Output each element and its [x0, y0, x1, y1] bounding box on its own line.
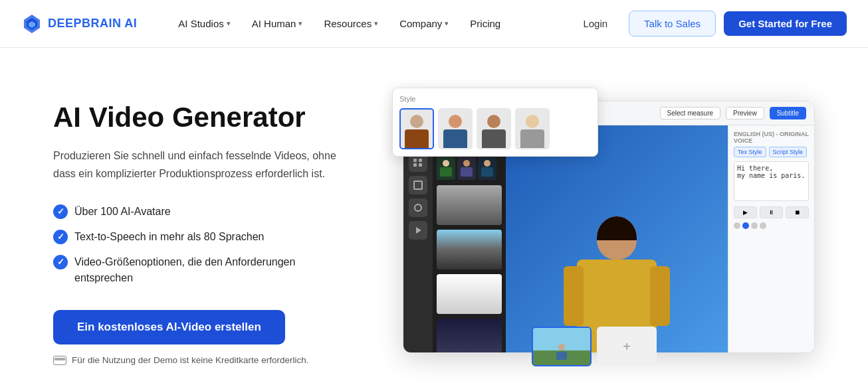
main-nav: AI Studios ▾ AI Human ▾ Resources ▾ Comp…: [169, 13, 570, 35]
app-right-panel: English (US) - Original Voice Tex Style …: [728, 125, 814, 352]
script-style-badge[interactable]: Script Style: [769, 147, 808, 157]
rp-tts-label: English (US) - Original Voice: [734, 131, 809, 144]
scene-thumb[interactable]: [532, 327, 592, 366]
hero-section: AI Video Generator Produzieren Sie schne…: [0, 48, 868, 381]
panel-icon[interactable]: [409, 198, 427, 217]
rp-controls: ▶ ⏸ ⏹: [734, 206, 809, 218]
avatar-thumb[interactable]: [438, 108, 473, 149]
app-body: English (US) - Original Voice Tex Style …: [403, 125, 814, 352]
chevron-down-icon: ▾: [445, 19, 449, 28]
login-button[interactable]: Login: [570, 13, 621, 35]
script-textarea[interactable]: [734, 161, 809, 201]
tex-style-badge[interactable]: Tex Style: [734, 147, 766, 157]
app-thumb-strip: [433, 125, 506, 352]
features-list: Über 100 AI-Avatare Text-to-Speech in me…: [53, 204, 399, 286]
nav-ai-studios[interactable]: AI Studios ▾: [169, 13, 239, 35]
hero-right: Style: [412, 88, 815, 373]
nav-pricing[interactable]: Pricing: [461, 13, 510, 35]
select-measure-button[interactable]: Select measure: [660, 107, 720, 119]
check-icon: [53, 204, 68, 219]
credit-card-icon: [53, 356, 66, 365]
hero-title: AI Video Generator: [53, 101, 399, 134]
talk-to-sales-button[interactable]: Talk to Sales: [629, 11, 716, 37]
avatar-shoulder-right: [650, 266, 670, 326]
style-panel: Style: [392, 88, 598, 157]
app-canvas: [506, 125, 728, 352]
logo-text: DEEPBRAIN AI: [48, 17, 137, 31]
hero-left: AI Video Generator Produzieren Sie schne…: [53, 88, 399, 365]
avatar-thumb[interactable]: [477, 108, 511, 149]
avatar-row: [399, 108, 591, 149]
chevron-down-icon: ▾: [298, 19, 302, 28]
nav-resources[interactable]: Resources ▾: [314, 13, 387, 35]
stop-button[interactable]: ⏹: [786, 206, 809, 218]
avatar-thumb[interactable]: [515, 108, 550, 149]
check-icon: [53, 255, 68, 269]
preview-button[interactable]: Preview: [726, 107, 764, 119]
avatar-thumb[interactable]: [399, 108, 434, 149]
thumb-item[interactable]: [437, 274, 502, 314]
hero-subtitle: Produzieren Sie schnell und einfach fess…: [53, 147, 346, 183]
play-button[interactable]: ▶: [734, 206, 757, 218]
app-left-panel: [403, 125, 433, 352]
logo[interactable]: DEEPBRAIN AI: [21, 13, 137, 35]
thumb-item[interactable]: [437, 185, 502, 225]
panel-icon[interactable]: [409, 176, 427, 194]
logo-icon: [21, 13, 43, 35]
avatar-shoulder-left: [564, 266, 584, 326]
chevron-down-icon: ▾: [227, 19, 231, 28]
list-item: Video-Größenoptionen, die den Anforderun…: [53, 254, 399, 286]
pause-button[interactable]: ⏸: [760, 206, 783, 218]
cta-button[interactable]: Ein kostenloses AI-Video erstellen: [53, 310, 285, 344]
nav-company[interactable]: Company ▾: [390, 13, 458, 35]
header-actions: Login Talk to Sales Get Started for Free: [570, 11, 847, 37]
nav-ai-human[interactable]: AI Human ▾: [243, 13, 312, 35]
get-started-button[interactable]: Get Started for Free: [724, 11, 847, 36]
check-icon: [53, 230, 68, 244]
avatar-hair: [597, 216, 637, 240]
add-scene-thumb[interactable]: +: [597, 327, 657, 366]
list-item: Über 100 AI-Avatare: [53, 204, 399, 220]
panel-icon[interactable]: [409, 221, 427, 240]
header: DEEPBRAIN AI AI Studios ▾ AI Human ▾ Res…: [0, 0, 868, 48]
thumb-item[interactable]: [437, 230, 502, 269]
chevron-down-icon: ▾: [374, 19, 378, 28]
thumb-item[interactable]: [437, 319, 502, 352]
list-item: Text-to-Speech in mehr als 80 Sprachen: [53, 229, 399, 245]
subtitle-button[interactable]: Subtitle: [770, 107, 806, 119]
bottom-thumbs: +: [532, 327, 657, 366]
style-panel-title: Style: [399, 95, 591, 103]
demo-note: Für die Nutzung der Demo ist keine Kredi…: [53, 355, 399, 365]
avatar-head: [597, 216, 637, 260]
